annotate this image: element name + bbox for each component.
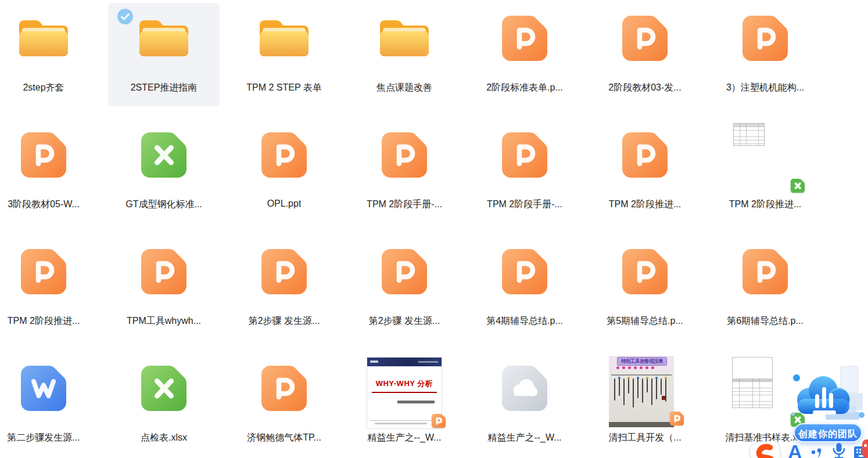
ppt-file-icon [19,247,68,298]
file-icon-area [228,3,340,76]
photo-banner-text: 特别工具改善现况表 [617,357,667,366]
folder-item[interactable]: 焦点课题改善 [349,3,460,106]
file-item[interactable]: GT成型钢化标准... [108,120,220,223]
ppt-file-icon [139,247,188,298]
file-item[interactable]: TPM 2阶段推进... [589,120,701,223]
file-item[interactable]: TPM 2阶段推进... [0,236,99,340]
ppt-file-icon [500,247,549,298]
ppt-file-icon [260,247,309,298]
file-item[interactable]: 3）注塑机机能构... [709,3,821,106]
file-icon-area [0,120,99,193]
file-item[interactable]: 第5期辅导总结.p... [589,236,701,340]
file-name: TPM 2阶段推进... [729,199,801,211]
file-icon-area [228,120,340,193]
edge-partial-icon[interactable] [862,439,868,458]
file-icon-area: 特别工具改善现况表 [589,353,701,426]
file-item[interactable]: 2阶段标准表单.p... [469,3,580,106]
selected-check-icon[interactable] [117,9,133,24]
ppt-badge-icon [669,411,684,426]
file-item[interactable]: TPM 2阶段手册-... [469,120,580,223]
file-icon-area [349,120,460,193]
create-team-promo: 创建你的团队 [790,365,866,442]
file-icon-area [108,120,220,193]
ppt-file-icon [260,131,309,182]
file-name: TPM 2阶段推进... [609,199,681,211]
file-name: 第2步骤 发生源... [249,315,320,327]
file-item[interactable]: 第6期辅导总结.p... [709,236,821,340]
file-item[interactable]: WHY-WHY 分析精益生产之--_W... [349,353,460,456]
file-name: 第6期辅导总结.p... [727,315,804,327]
sogou-input-icon[interactable] [749,439,782,458]
file-name: 第二步骤发生源... [7,432,80,444]
file-name: 2阶段教材03-发... [608,82,681,94]
ppt-file-icon [500,131,549,182]
file-item[interactable]: 第4期辅导总结.p... [469,236,580,340]
file-item[interactable]: 第二步骤发生源... [0,353,99,456]
file-icon-area [469,3,580,76]
file-icon-area [228,353,340,426]
excel-file-icon [139,364,188,415]
file-icon-area [108,353,220,426]
file-name: 焦点课题改善 [376,82,432,94]
file-name: GT成型钢化标准... [125,199,202,211]
file-item[interactable]: 点检表.xlsx [108,353,220,456]
create-team-button[interactable]: 创建你的团队 [794,423,862,442]
file-item[interactable]: 第2步骤 发生源... [228,236,340,340]
file-name: TPM工具whywh... [127,315,201,327]
file-icon-area [709,236,821,309]
file-icon-area [589,120,701,193]
file-item[interactable]: OPL.ppt [228,120,340,223]
file-item[interactable]: TPM工具whywh... [108,236,220,340]
file-icon-area [108,236,220,309]
folder-icon [137,16,191,63]
folder-icon [257,16,311,63]
file-name: TPM 2 STEP 表单 [246,82,322,94]
file-icon-area [228,236,340,309]
folder-item[interactable]: 2step齐套 [0,3,99,106]
file-icon-area [469,236,580,309]
file-icon-area [469,120,580,193]
ppt-file-icon [500,14,549,65]
file-name: 清扫工具开发（... [608,432,681,444]
ppt-file-icon [19,131,68,182]
file-item[interactable]: 第2步骤 发生源... [349,236,460,340]
file-name: 精益生产之--_W... [487,432,561,444]
folder-icon [377,16,432,63]
ppt-file-icon [620,14,669,65]
file-name: 精益生产之--_W... [367,432,441,444]
photo-thumbnail: 特别工具改善现况表 [609,356,674,427]
file-icon-area [469,353,580,426]
file-icon-area [349,3,460,76]
file-item[interactable]: 精益生产之--_W... [469,353,580,456]
font-style-icon[interactable]: A [788,442,802,458]
file-item[interactable]: 3阶段教材05-W... [0,120,99,223]
word-file-icon [19,364,68,415]
slide-title: WHY-WHY 分析 [367,378,442,389]
punctuation-icon[interactable] [810,445,824,458]
file-name: 济钢鲍德气体TP... [247,432,321,444]
file-icon-area [0,236,99,309]
ppt-file-icon [380,247,429,298]
file-icon-area [0,3,99,76]
ppt-file-icon [620,247,669,298]
file-item[interactable]: 济钢鲍德气体TP... [228,353,340,456]
file-item[interactable]: TPM 2阶段推进... [709,120,821,223]
file-item[interactable]: 2阶段教材03-发... [589,3,701,106]
file-grid: 2step齐套2STEP推进指南TPM 2 STEP 表单焦点课题改善2阶段标准… [0,3,821,456]
microphone-icon[interactable] [831,442,847,458]
ppt-file-icon [741,247,790,298]
file-name: 3）注塑机机能构... [726,82,804,94]
file-icon-area [589,3,701,76]
slide-header-bar [367,358,442,366]
ppt-file-icon [380,131,429,182]
spreadsheet-thumbnail [732,357,773,408]
file-item[interactable]: TPM 2阶段手册-... [349,120,460,223]
file-name: 2阶段标准表单.p... [486,82,563,94]
folder-item[interactable]: 2STEP推进指南 [108,3,220,106]
file-name: 3阶段教材05-W... [8,199,80,211]
folder-item[interactable]: TPM 2 STEP 表单 [228,3,340,106]
file-name: 第5期辅导总结.p... [607,315,683,327]
file-item[interactable]: 特别工具改善现况表清扫工具开发（... [589,353,701,456]
file-name: 第2步骤 发生源... [369,315,440,327]
excel-file-icon [139,131,188,182]
